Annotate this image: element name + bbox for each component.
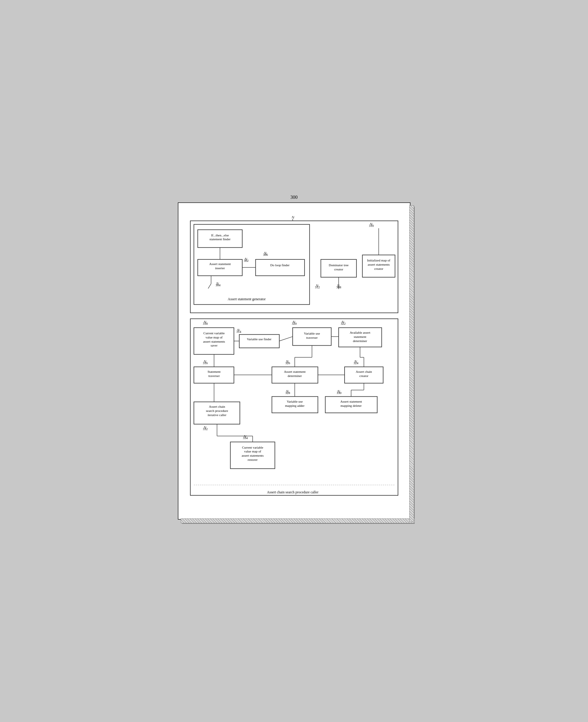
ref-306-arrow: ℕ xyxy=(264,251,267,255)
avail-assert-l1: Available assert xyxy=(350,331,370,334)
figure-number: 300 xyxy=(291,194,298,200)
diagram-container: ℕ If...then...else statement finder Asse… xyxy=(187,212,401,510)
ref-324-arrow: ℕ xyxy=(354,360,357,363)
main-diagram: ℕ If...then...else statement finder Asse… xyxy=(187,212,401,509)
init-map-label2: assert statements xyxy=(368,263,390,266)
ref-330-arrow: ℕ xyxy=(337,390,340,393)
ref-334-arrow: ℕ xyxy=(243,435,246,438)
dominator-tree-label2: creator xyxy=(334,267,343,271)
assert-inserter-label2: inserter xyxy=(215,266,225,270)
ref-326-arrow: ℕ xyxy=(286,360,289,363)
assert-chain-creator-l2: creator xyxy=(359,374,369,377)
assert-mapping-del-l1: Assert statement xyxy=(340,400,362,404)
init-map-label: Initialized map of xyxy=(367,259,390,262)
top-arrow: ℕ xyxy=(291,215,294,219)
cur-var-restorer-l1: Current variable xyxy=(242,446,263,449)
avail-assert-l3: determiner xyxy=(353,339,367,343)
cur-var-saver-l1: Current variable xyxy=(203,331,224,335)
var-use-finder-l1: Variable use finder xyxy=(247,337,272,341)
svg-rect-5 xyxy=(255,260,304,276)
cur-var-saver-l3: assert statements xyxy=(203,340,225,343)
ref-308-arrow: ℕ xyxy=(337,284,340,287)
ref-304-arrow: ℕ xyxy=(216,282,219,285)
ref-316-arrow: ℕ xyxy=(203,360,206,363)
stmt-traverser-l2: traverser xyxy=(208,374,220,377)
assert-determiner-l2: determiner xyxy=(288,374,302,377)
assert-inserter-label: Assert statement xyxy=(209,262,231,266)
init-map-label3: creator xyxy=(374,267,383,270)
ref-310-arrow: ℕ xyxy=(369,222,372,226)
if-then-else-label: If...then...else xyxy=(211,233,229,237)
var-use-traverser-l2: traverser xyxy=(306,336,318,339)
assert-gen-label: Assert statement generator xyxy=(228,297,266,302)
ref-322-arrow: ℕ xyxy=(341,320,344,324)
ref-302-arrow: ℕ xyxy=(244,257,247,261)
ref-318-arrow: ℕ xyxy=(203,320,206,324)
stmt-traverser-l1: Statement xyxy=(207,370,220,373)
avail-assert-l2: statement xyxy=(354,335,366,338)
do-loop-label: Do loop finder xyxy=(270,263,290,267)
assert-chain-search-l1: Assert chain xyxy=(209,405,225,409)
ref-314-arrow: ℕ xyxy=(237,328,240,332)
cur-var-restorer-l2: value map of xyxy=(244,450,261,453)
assert-chain-search-l2: search procedure xyxy=(206,409,228,413)
var-mapping-adder-l2: mapping adder xyxy=(285,404,304,408)
cur-var-saver-l4: saver xyxy=(210,344,217,347)
cur-var-restorer-l3: assert statements xyxy=(241,454,264,457)
dominator-tree-label: Dominator tree xyxy=(329,263,349,267)
ref-320-arrow: ℕ xyxy=(292,320,295,324)
assert-determiner-l1: Assert statement xyxy=(284,370,306,373)
assert-mapping-del-l2: mapping deleter xyxy=(340,404,361,408)
if-then-else-label2: statement finder xyxy=(209,238,231,241)
assert-chain-search-l3: iterative caller xyxy=(208,413,227,417)
var-mapping-adder-l1: Variable use xyxy=(287,400,303,404)
var-use-traverser-l1: Variable use xyxy=(304,332,320,335)
ref-332-arrow: ℕ xyxy=(203,426,206,429)
assert-chain-caller-label: Assert chain search procedure caller xyxy=(267,490,318,494)
ref-312-arrow: ℕ xyxy=(315,284,318,287)
ref-328-arrow: ℕ xyxy=(286,390,289,393)
svg-rect-16 xyxy=(239,335,279,348)
cur-var-restorer-l4: restorer xyxy=(248,458,258,462)
cur-var-saver-l2: value map of xyxy=(205,335,222,339)
assert-chain-creator-l1: Assert chain xyxy=(356,370,372,373)
page: 300 ℕ If...then...else statement finder … xyxy=(178,202,411,519)
